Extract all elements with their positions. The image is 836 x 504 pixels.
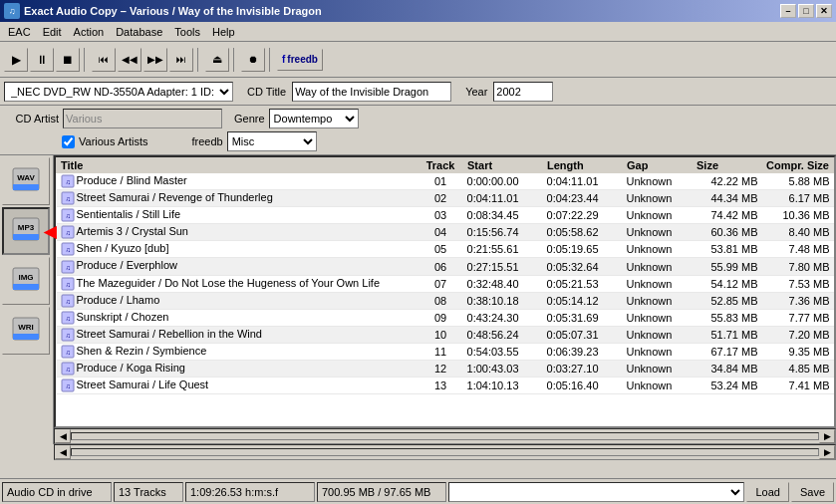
scroll-right-btn[interactable]: ▶	[819, 429, 835, 443]
menu-help[interactable]: Help	[206, 24, 241, 40]
table-row[interactable]: ♫ The Mazeguider / Do Not Lose the Hugen…	[57, 275, 834, 292]
cell-title: ♫ Street Samurai / Revenge of Thunderleg	[57, 190, 418, 207]
maximize-button[interactable]: □	[798, 4, 814, 18]
menubar: EAC Edit Action Database Tools Help	[0, 22, 836, 42]
forward-button[interactable]: ▶▶	[143, 48, 167, 72]
minimize-button[interactable]: –	[780, 4, 796, 18]
freedb-label-row: freedb	[192, 135, 223, 147]
next-track-button[interactable]: ⏭	[169, 48, 193, 72]
mp3-icon: MP3	[10, 215, 42, 247]
cell-title: ♫ Street Samurai / Life Quest	[57, 378, 418, 394]
cell-title: ♫ Produce / Blind Master	[57, 173, 418, 190]
svg-text:♫: ♫	[65, 264, 70, 271]
cell-size: 55.99 MB	[693, 258, 762, 275]
cell-size: 51.71 MB	[693, 326, 762, 343]
rewind-button[interactable]: ◀◀	[118, 48, 141, 72]
cell-compr-size: 5.88 MB	[762, 173, 834, 190]
prev-track-button[interactable]: ⏮	[92, 48, 116, 72]
pause-button[interactable]: ⏸	[30, 48, 54, 72]
window-controls[interactable]: – □ ✕	[780, 4, 832, 18]
cell-gap: Unknown	[623, 224, 693, 241]
freedb-icon: f	[282, 54, 285, 65]
table-row[interactable]: ♫ Street Samurai / Revenge of Thunderleg…	[57, 190, 834, 207]
year-input[interactable]	[493, 82, 553, 102]
app-icon: ♫	[4, 3, 20, 19]
stop-button[interactable]: ⏹	[56, 48, 80, 72]
table-row[interactable]: ♫ Produce / Lhamo 08 0:38:10.18 0:05:14.…	[57, 292, 834, 309]
load-button[interactable]: Load	[746, 482, 788, 502]
hscroll-bar[interactable]: ◀ ▶	[54, 428, 836, 444]
col-compr-size: Compr. Size	[762, 158, 834, 173]
cell-title: ♫ Shen & Rezin / Symbience	[57, 343, 418, 360]
close-button[interactable]: ✕	[816, 4, 832, 18]
freedb-button[interactable]: f freedb	[277, 49, 323, 71]
eject-button[interactable]: ⏏	[205, 48, 229, 72]
table-row[interactable]: ♫ Produce / Koga Rising 12 1:00:43.03 0:…	[57, 361, 834, 378]
various-artists-checkbox[interactable]	[62, 135, 75, 148]
cell-compr-size: 7.20 MB	[762, 326, 834, 343]
col-track: Track	[418, 158, 463, 173]
separator4	[269, 48, 273, 72]
table-row[interactable]: ♫ Shen & Rezin / Symbience 11 0:54:03.55…	[57, 343, 834, 360]
cell-start: 0:43:24.30	[463, 309, 543, 326]
cd-title-input[interactable]	[292, 82, 451, 102]
menu-edit[interactable]: Edit	[37, 24, 68, 40]
second-hscroll[interactable]: ◀ ▶	[54, 444, 836, 460]
freedb-select[interactable]: Misc	[227, 131, 317, 151]
genre-select[interactable]: Downtempo	[269, 109, 359, 128]
col-title: Title	[57, 158, 418, 173]
menu-database[interactable]: Database	[110, 24, 168, 40]
save-button[interactable]: Save	[791, 482, 834, 502]
cell-gap: Unknown	[623, 190, 693, 207]
various-artists-label: Various Artists	[79, 135, 148, 147]
freedb-label: freedb	[287, 54, 318, 65]
sidebar-wav[interactable]: WAV	[2, 157, 50, 205]
svg-text:♫: ♫	[65, 229, 70, 236]
cell-gap: Unknown	[623, 173, 693, 190]
track-table: Title Track Start Length Gap Size Compr.…	[56, 157, 834, 394]
cell-size: 53.24 MB	[693, 378, 762, 394]
table-row[interactable]: ♫ Produce / Blind Master 01 0:00:00.00 0…	[57, 173, 834, 190]
svg-text:♫: ♫	[65, 382, 70, 389]
sidebar-img[interactable]: IMG	[2, 257, 50, 305]
table-row[interactable]: ♫ Street Samurai / Rebellion in the Wind…	[57, 326, 834, 343]
table-row[interactable]: ♫ Artemis 3 / Crystal Sun 04 0:15:56.74 …	[57, 224, 834, 241]
cd-artist-input[interactable]	[63, 109, 222, 128]
drive-select[interactable]: _NEC DVD_RW ND-3550A Adapter: 1 ID: 2	[4, 82, 233, 102]
separator3	[233, 48, 237, 72]
table-row[interactable]: ♫ Sunskript / Chozen 09 0:43:24.30 0:05:…	[57, 309, 834, 326]
scroll2-left[interactable]: ◀	[55, 445, 71, 459]
cell-title: ♫ Shen / Kyuzo [dub]	[57, 241, 418, 258]
cell-compr-size: 4.85 MB	[762, 361, 834, 378]
menu-eac[interactable]: EAC	[2, 24, 37, 40]
track-table-container[interactable]: Title Track Start Length Gap Size Compr.…	[54, 155, 836, 428]
cell-track: 04	[418, 224, 463, 241]
svg-text:♫: ♫	[65, 281, 70, 288]
table-row[interactable]: ♫ Produce / Everphlow 06 0:27:15.51 0:05…	[57, 258, 834, 275]
svg-text:♫: ♫	[65, 366, 70, 373]
sidebar-wri[interactable]: WRI	[2, 307, 50, 355]
cell-track: 02	[418, 190, 463, 207]
cell-compr-size: 6.17 MB	[762, 190, 834, 207]
table-row[interactable]: ♫ Sentientalis / Still Life 03 0:08:34.4…	[57, 207, 834, 224]
table-row[interactable]: ♫ Street Samurai / Life Quest 13 1:04:10…	[57, 378, 834, 394]
col-gap: Gap	[623, 158, 693, 173]
scroll-left-btn[interactable]: ◀	[55, 429, 71, 443]
table-row[interactable]: ♫ Shen / Kyuzo [dub] 05 0:21:55.61 0:05:…	[57, 241, 834, 258]
play-button[interactable]: ▶	[4, 48, 28, 72]
artist-section: CD Artist Genre Downtempo Various Artist…	[4, 108, 359, 152]
cell-compr-size: 7.53 MB	[762, 275, 834, 292]
separator2	[197, 48, 201, 72]
cell-title: ♫ Sunskript / Chozen	[57, 309, 418, 326]
sidebar-mp3[interactable]: MP3 ◀	[2, 207, 50, 255]
scroll2-right[interactable]: ▶	[819, 445, 835, 459]
menu-tools[interactable]: Tools	[168, 24, 206, 40]
cell-length: 0:04:11.01	[543, 173, 623, 190]
cell-track: 05	[418, 241, 463, 258]
img-icon: IMG	[10, 265, 42, 297]
menu-action[interactable]: Action	[68, 24, 111, 40]
record-button[interactable]: ⏺	[241, 48, 265, 72]
status-dropdown[interactable]	[448, 482, 744, 502]
cell-gap: Unknown	[623, 258, 693, 275]
cell-length: 0:03:27.10	[543, 361, 623, 378]
